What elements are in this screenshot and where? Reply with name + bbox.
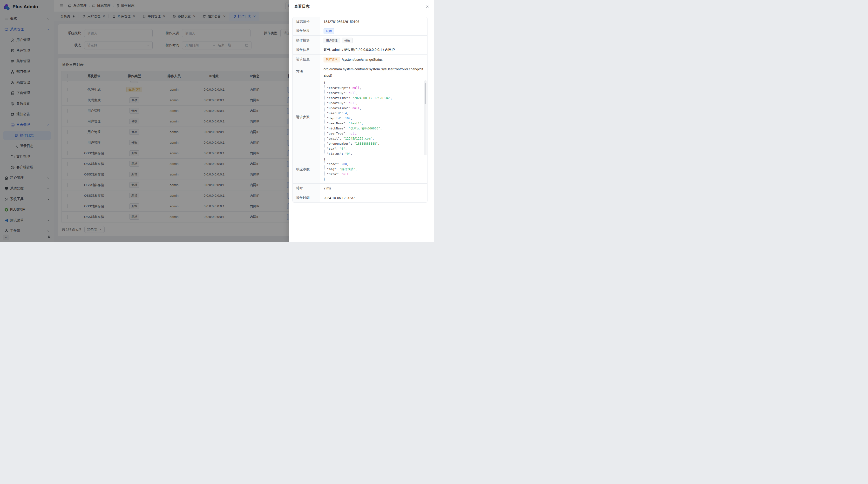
detail-value: 用户管理修改 — [320, 36, 427, 45]
detail-value: PUT请求/system/user/changeStatus — [320, 55, 427, 64]
detail-label: 操作结果 — [293, 26, 320, 35]
app-root: Plus Admin 概览系统管理用户管理角色管理菜单管理部门管理岗位管理字典管… — [0, 0, 434, 242]
json-code-block: {"code": 200,"msg": "操作成功","data": null} — [320, 155, 427, 183]
detail-tag: 修改 — [342, 38, 352, 43]
code-line: "email": "12345@1253.com", — [322, 136, 425, 141]
log-detail-table: 日志编号1842781986426159106操作结果成功操作模块用户管理修改操… — [292, 17, 428, 203]
detail-row-2: 操作模块用户管理修改 — [293, 36, 427, 45]
code-line: { — [322, 80, 425, 85]
close-icon[interactable] — [426, 5, 429, 8]
detail-value: 1842781986426159106 — [320, 17, 427, 26]
detail-label: 耗时 — [293, 184, 320, 193]
code-line: "msg": "操作成功", — [322, 167, 425, 172]
detail-row-3: 操作信息账号: admin / 研发部门 / 0:0:0:0:0:0:0:1 /… — [293, 45, 427, 55]
code-line: "sex": "0", — [322, 146, 425, 151]
detail-value: 成功 — [320, 26, 427, 35]
detail-label: 请求信息 — [293, 55, 320, 64]
detail-tag: 用户管理 — [323, 38, 340, 43]
indent-guide — [324, 161, 324, 181]
scrollbar-thumb[interactable] — [425, 83, 426, 104]
code-line: "createDept": null, — [322, 85, 425, 90]
detail-row-1: 操作结果成功 — [293, 26, 427, 36]
code-line: "userType": null, — [322, 131, 425, 136]
code-line: { — [322, 156, 425, 161]
detail-row-6: 请求参数{"createDept": null,"createBy": null… — [293, 79, 427, 155]
detail-label: 操作信息 — [293, 45, 320, 55]
detail-row-7: 响应参数{"code": 200,"msg": "操作成功","data": n… — [293, 155, 427, 184]
code-line: "updateBy": null, — [322, 100, 425, 105]
indent-guide — [324, 85, 324, 155]
code-line: "status": "0", — [322, 151, 425, 155]
detail-label: 操作模块 — [293, 36, 320, 45]
scrollbar-track[interactable] — [424, 80, 427, 155]
request-path: /system/user/changeStatus — [342, 58, 383, 61]
detail-tag: 成功 — [323, 28, 334, 34]
detail-row-9: 操作时间2024-10-06 12:20:37 — [293, 193, 427, 202]
drawer-header: 查看日志 — [289, 0, 434, 13]
detail-label: 响应参数 — [293, 155, 320, 184]
detail-row-5: 方法org.dromara.system.controller.system.S… — [293, 64, 427, 79]
detail-label: 请求参数 — [293, 79, 320, 155]
detail-value: {"code": 200,"msg": "操作成功","data": null} — [320, 155, 427, 184]
code-line: } — [322, 177, 425, 182]
log-detail-drawer: 查看日志 日志编号1842781986426159106操作结果成功操作模块用户… — [289, 0, 434, 242]
detail-value: org.dromara.system.controller.system.Sys… — [320, 64, 427, 79]
detail-row-0: 日志编号1842781986426159106 — [293, 17, 427, 26]
code-line: "data": null — [322, 172, 425, 177]
code-line: "code": 200, — [322, 161, 425, 167]
detail-label: 操作时间 — [293, 193, 320, 202]
detail-value: {"createDept": null,"createBy": null,"cr… — [320, 79, 427, 155]
detail-row-4: 请求信息PUT请求/system/user/changeStatus — [293, 55, 427, 64]
code-line: "createTime": "2024-08-12 17:20:34", — [322, 95, 425, 100]
code-line: "nickName": "仅本人 密码666666", — [322, 126, 425, 131]
detail-label: 日志编号 — [293, 17, 320, 26]
detail-value: 账号: admin / 研发部门 / 0:0:0:0:0:0:0:1 / 内网I… — [320, 45, 427, 55]
request-method-tag: PUT请求 — [323, 57, 340, 62]
detail-label: 方法 — [293, 64, 320, 79]
code-line: "createBy": null, — [322, 90, 425, 95]
detail-value: 2024-10-06 12:20:37 — [320, 193, 427, 202]
code-line: "deptId": 102, — [322, 116, 425, 121]
method-value: org.dromara.system.controller.system.Sys… — [323, 66, 424, 78]
code-line: "updateTime": null, — [322, 105, 425, 110]
detail-row-8: 耗时7 ms — [293, 184, 427, 193]
drawer-mask[interactable] — [0, 0, 289, 242]
detail-value: 7 ms — [320, 184, 427, 193]
code-line: "userId": 4, — [322, 110, 425, 116]
drawer-title: 查看日志 — [294, 4, 310, 9]
code-line: "phonenumber": "18888888888", — [322, 141, 425, 146]
json-code-block: {"createDept": null,"createBy": null,"cr… — [320, 79, 427, 155]
code-line: "userName": "test1", — [322, 121, 425, 126]
